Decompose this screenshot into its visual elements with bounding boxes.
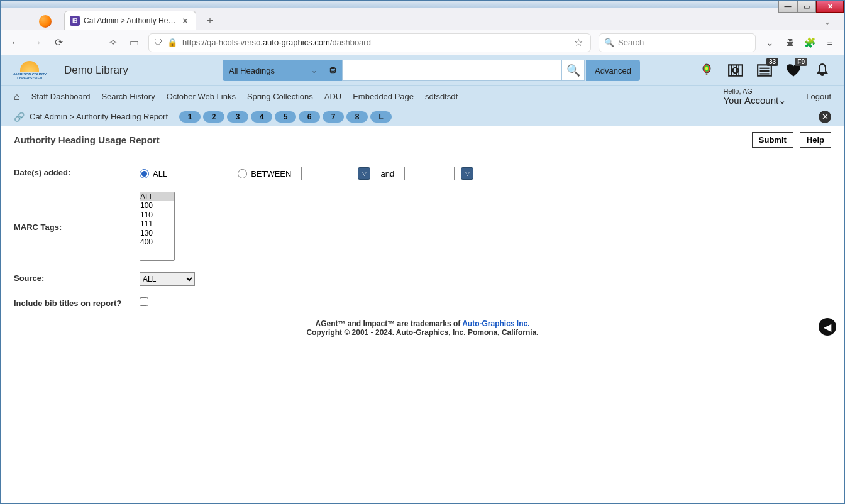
date-from-picker-button[interactable] xyxy=(358,167,370,180)
library-logo: HARRISON COUNTY LIBRARY SYSTEM xyxy=(8,58,52,83)
main-search-button[interactable]: 🔍 xyxy=(562,60,585,81)
footer-trademark: AGent™ and Impact™ are trademarks of Aut… xyxy=(14,319,831,328)
scanner-icon[interactable] xyxy=(727,62,744,79)
close-panel-button[interactable]: ✕ xyxy=(819,111,831,123)
window-minimize-button[interactable]: — xyxy=(778,0,797,13)
nav-staff-dashboard[interactable]: Staff Dashboard xyxy=(31,92,91,101)
page-pill-3[interactable]: 3 xyxy=(227,111,248,123)
svg-point-0 xyxy=(330,67,335,68)
link-icon: 🔗 xyxy=(14,112,25,122)
nav-october-web-links[interactable]: October Web Links xyxy=(167,92,236,101)
back-arrow-button[interactable]: ◀ xyxy=(819,318,836,336)
tab-favicon: ⊞ xyxy=(70,16,80,26)
balloon-icon[interactable] xyxy=(698,62,715,79)
advanced-search-button[interactable]: Advanced xyxy=(586,60,640,81)
search-icon: 🔍 xyxy=(604,38,614,47)
and-label: and xyxy=(380,169,394,178)
shield-icon: 🛡 xyxy=(154,38,162,47)
nav-misc[interactable]: sdfsdfsdf xyxy=(425,92,458,101)
hello-text: Hello, AG xyxy=(723,87,752,95)
search-icon: 🔍 xyxy=(566,63,580,77)
source-select[interactable]: ALL xyxy=(140,272,195,286)
bookmark-star-icon[interactable]: ☆ xyxy=(572,36,585,50)
nav-search-history[interactable]: Search History xyxy=(101,92,155,101)
svg-point-3 xyxy=(705,67,708,70)
extension-puzzle-icon[interactable]: 🧩 xyxy=(804,36,816,49)
back-button[interactable]: ← xyxy=(9,36,23,50)
footer-copyright: Copyright © 2001 - 2024. Auto-Graphics, … xyxy=(14,328,831,337)
url-text: https://qa-hcols-verso.auto-graphics.com… xyxy=(182,38,371,47)
fkey-badge: F9 xyxy=(795,58,807,66)
submit-button[interactable]: Submit xyxy=(752,132,793,148)
auto-graphics-link[interactable]: Auto-Graphics Inc. xyxy=(462,319,529,328)
bell-icon[interactable] xyxy=(814,62,831,79)
date-from-input[interactable] xyxy=(301,167,351,180)
heart-icon[interactable]: F9 xyxy=(785,62,802,79)
browser-tab[interactable]: ⊞ Cat Admin > Authority Headin... ✕ xyxy=(64,11,196,30)
dates-between-label: BETWEEN xyxy=(251,169,291,178)
print-icon[interactable]: 🖶 xyxy=(783,36,796,49)
page-pill-7[interactable]: 7 xyxy=(323,111,344,123)
database-icon[interactable] xyxy=(323,60,342,81)
list-icon[interactable]: 33 xyxy=(756,62,773,79)
firefox-icon xyxy=(39,15,52,28)
extensions-icon[interactable]: ✧ xyxy=(106,36,119,50)
dates-all-label: ALL xyxy=(153,169,167,178)
headings-dropdown[interactable]: All Headings ⌄ xyxy=(223,60,323,81)
browser-search-box[interactable]: 🔍 Search xyxy=(599,33,756,52)
help-button[interactable]: Help xyxy=(800,132,831,148)
svg-rect-5 xyxy=(731,65,732,75)
include-bib-checkbox[interactable] xyxy=(140,297,148,306)
chevron-down-icon: ⌄ xyxy=(778,95,787,106)
breadcrumb: Cat Admin > Authority Heading Report xyxy=(30,112,168,121)
site-name: Demo Library xyxy=(64,64,128,77)
marc-tags-label: MARC Tags: xyxy=(14,221,140,232)
nav-spring-collections[interactable]: Spring Collections xyxy=(247,92,313,101)
tab-title: Cat Admin > Authority Headin... xyxy=(84,16,179,25)
svg-rect-6 xyxy=(734,65,734,75)
containers-icon[interactable]: ▭ xyxy=(127,36,141,50)
svg-rect-7 xyxy=(736,65,737,75)
tab-overflow-chevron-icon[interactable]: ⌄ xyxy=(824,16,831,26)
chevron-down-icon: ⌄ xyxy=(311,67,317,75)
include-bib-label: Include bib titles on report? xyxy=(14,297,140,308)
lock-icon: 🔒 xyxy=(167,38,177,47)
date-to-picker-button[interactable] xyxy=(461,167,473,180)
home-icon[interactable]: ⌂ xyxy=(14,91,20,102)
main-search-input[interactable] xyxy=(342,60,562,81)
page-title: Authority Heading Usage Report xyxy=(14,134,160,145)
page-pill-4[interactable]: 4 xyxy=(251,111,272,123)
window-close-button[interactable]: ✕ xyxy=(816,0,844,13)
source-label: Source: xyxy=(14,272,140,283)
nav-embedded-page[interactable]: Embedded Page xyxy=(353,92,414,101)
page-pill-5[interactable]: 5 xyxy=(275,111,296,123)
window-maximize-button[interactable]: ▭ xyxy=(797,0,816,13)
page-pill-last[interactable]: L xyxy=(370,111,392,123)
date-to-input[interactable] xyxy=(404,167,455,180)
hamburger-menu-icon[interactable]: ≡ xyxy=(824,36,836,49)
dates-added-label: Date(s) added: xyxy=(14,167,140,177)
pocket-icon[interactable]: ⌄ xyxy=(763,36,776,49)
account-dropdown[interactable]: Hello, AG Your Account⌄ xyxy=(714,87,787,106)
forward-button[interactable]: → xyxy=(30,36,44,50)
reload-button[interactable]: ⟳ xyxy=(52,36,65,50)
notifications-badge: 33 xyxy=(766,58,778,66)
new-tab-button[interactable]: + xyxy=(201,12,219,30)
nav-adu[interactable]: ADU xyxy=(324,92,341,101)
page-pill-1[interactable]: 1 xyxy=(179,111,201,123)
search-placeholder: Search xyxy=(618,38,644,47)
page-pill-2[interactable]: 2 xyxy=(203,111,224,123)
marc-tags-select[interactable]: ALL 100 110 111 130 400 xyxy=(140,192,175,261)
dates-between-radio[interactable] xyxy=(238,169,247,178)
tab-close-icon[interactable]: ✕ xyxy=(182,16,191,25)
url-bar[interactable]: 🛡 🔒 https://qa-hcols-verso.auto-graphics… xyxy=(148,33,591,52)
logout-link[interactable]: Logout xyxy=(797,92,831,101)
page-pill-6[interactable]: 6 xyxy=(299,111,320,123)
dates-all-radio[interactable] xyxy=(140,169,149,178)
page-pill-8[interactable]: 8 xyxy=(346,111,368,123)
